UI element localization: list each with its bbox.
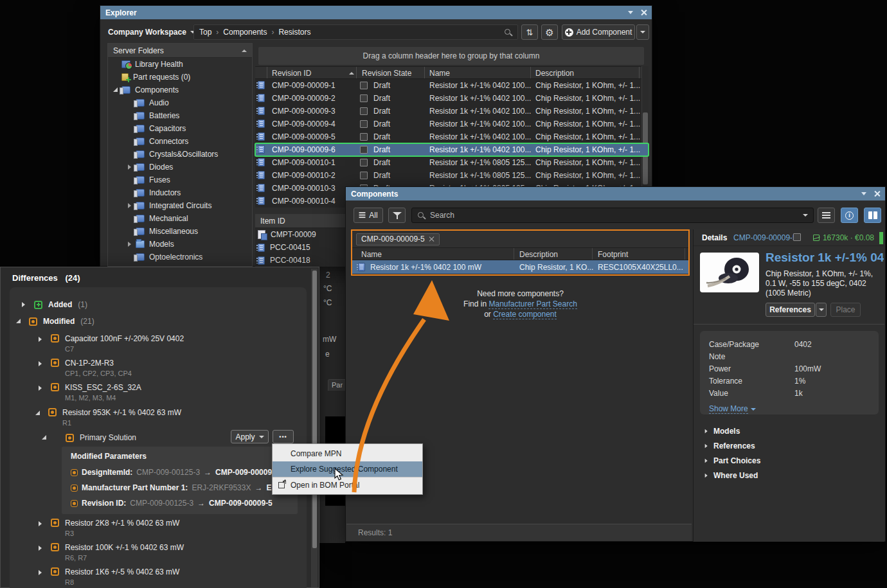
expand-arrow-icon[interactable] [112, 73, 120, 81]
info-button[interactable]: i [841, 208, 858, 223]
expand-arrow-icon[interactable] [37, 384, 45, 392]
revision-state-checkbox[interactable] [360, 133, 368, 141]
diff-item[interactable]: Capacitor 100nF +/-20% 25V 0402 C7 [37, 334, 287, 359]
column-description[interactable]: Description [535, 69, 574, 78]
modified-parameter[interactable]: Manufacturer Part Number 1: ERJ-2RKF9533… [71, 480, 298, 495]
place-button[interactable]: Place [830, 303, 861, 317]
add-component-dropdown[interactable] [636, 24, 649, 40]
modified-parameter[interactable]: Revision ID: CMP-009-00125-3 → CMP-009-0… [71, 495, 298, 511]
table-row[interactable]: CMP-009-00010-2 Draft Resistor 1k +/-1% … [255, 169, 649, 182]
add-component-button[interactable]: Add Component [562, 24, 635, 40]
revision-state-checkbox[interactable] [360, 159, 368, 166]
show-more-link[interactable]: Show More [709, 404, 879, 414]
column-footprint[interactable]: Footprint [598, 250, 628, 259]
revision-state-checkbox[interactable] [360, 94, 368, 102]
filter-tag[interactable]: CMP-009-00009-5 [356, 233, 440, 245]
diff-item[interactable]: KISS_ESC_2-6S_32A M1, M2, M3, M4 [37, 383, 287, 407]
refresh-button[interactable]: ⇅ [521, 24, 538, 40]
context-menu-item[interactable]: Compare MPN [273, 446, 422, 461]
collapse-arrow-icon[interactable] [40, 434, 49, 441]
collapse-arrow-icon[interactable] [34, 409, 42, 417]
column-revision-state[interactable]: Revision State [362, 69, 411, 78]
tree-item[interactable]: Mechanical [108, 212, 252, 225]
details-section[interactable]: Where Used [703, 468, 878, 483]
tree-item[interactable]: Optoelectronics [108, 251, 252, 263]
tree-item[interactable]: Inductors [108, 186, 252, 199]
tree-item[interactable]: Connectors [108, 135, 252, 148]
breadcrumb-item-resistors[interactable]: Resistors [278, 28, 310, 37]
tree-item[interactable]: Miscellaneous [108, 225, 252, 238]
context-menu-item[interactable]: Explore Suggested Component [273, 461, 422, 477]
table-row[interactable]: CMP-009-00009-1 Draft Resistor 1k +/-1% … [255, 79, 649, 92]
column-name[interactable]: Name [361, 250, 382, 259]
tree-item[interactable]: Part requests (0) [108, 71, 252, 84]
details-checkbox[interactable] [793, 233, 801, 241]
revision-state-checkbox[interactable] [360, 146, 368, 154]
tree-item[interactable]: Models [108, 238, 252, 251]
revision-state-checkbox[interactable] [360, 107, 368, 115]
tree-item[interactable]: Diodes [108, 161, 252, 174]
close-icon[interactable] [874, 191, 880, 197]
scrollbar-thumb[interactable] [312, 271, 317, 548]
components-titlebar[interactable]: Components [346, 187, 885, 200]
diff-item[interactable]: CN-1P-2M-R3 CP1, CP2, CP3, CP4 [37, 359, 287, 383]
expand-arrow-icon[interactable] [112, 60, 120, 68]
expand-arrow-icon[interactable] [20, 301, 28, 308]
manufacturer-part-search-link[interactable]: Manufacturer Part Search [488, 299, 577, 309]
tree-item[interactable]: Audio [108, 96, 252, 109]
breadcrumb-item-components[interactable]: Components [223, 28, 267, 37]
workspace-selector[interactable]: Company Workspace [108, 24, 195, 40]
diff-item[interactable]: Resistor 2K8 +/-1 % 0402 63 mW R3 [37, 519, 287, 543]
references-button[interactable]: References [766, 303, 815, 317]
references-dropdown[interactable] [816, 303, 827, 317]
tree-item[interactable]: Integrated Circuits [108, 199, 252, 212]
view-all-button[interactable]: All [354, 208, 383, 223]
search-dropdown-icon[interactable] [803, 214, 808, 217]
table-row[interactable]: CMP-009-00009-2 Draft Resistor 1k +/-1% … [255, 92, 649, 105]
added-group[interactable]: Added (1) [20, 299, 87, 310]
modified-parameter[interactable]: DesignItemId: CMP-009-00125-3 → CMP-009-… [71, 465, 298, 480]
expand-arrow-icon[interactable] [126, 240, 134, 248]
column-description[interactable]: Description [519, 250, 558, 259]
search-input[interactable] [430, 211, 798, 220]
columns-button[interactable] [864, 208, 881, 223]
modified-group[interactable]: Modified (21) [15, 316, 94, 327]
details-section[interactable]: Part Choices [703, 453, 878, 468]
tree-item[interactable]: Library Health [108, 58, 252, 71]
collapse-arrow-icon[interactable] [15, 317, 23, 325]
expand-arrow-icon[interactable] [37, 520, 45, 528]
table-row[interactable]: CMP-009-00010-1 Draft Resistor 1k +/-1% … [255, 156, 649, 169]
explorer-titlebar[interactable]: Explorer [100, 6, 652, 19]
revision-state-checkbox[interactable] [360, 82, 368, 89]
tree-item[interactable]: Components [108, 84, 252, 96]
column-name[interactable]: Name [429, 69, 450, 78]
view-options-button[interactable] [818, 208, 835, 223]
column-revision-id[interactable]: Revision ID [272, 69, 311, 78]
result-row[interactable]: Resistor 1k +/-1% 0402 100 mW Chip Resis… [352, 260, 688, 274]
server-folders-header[interactable]: Server Folders [108, 44, 252, 58]
more-options-button[interactable]: ••• [273, 430, 294, 443]
primary-solution[interactable]: Primary Solution [40, 432, 136, 443]
expand-arrow-icon[interactable] [37, 335, 45, 343]
table-row[interactable]: CMP-009-00009-6 Draft Resistor 1k +/-1% … [255, 143, 649, 156]
collapse-icon[interactable] [242, 49, 247, 52]
diff-item[interactable]: Resistor 1K6 +/-5 % 0402 63 mW R8 [37, 567, 287, 588]
differences-scrollbar[interactable] [311, 269, 318, 587]
settings-button[interactable]: ⚙ [541, 24, 558, 40]
breadcrumb-item-top[interactable]: Top [199, 28, 211, 37]
tree-item[interactable]: Batteries [108, 109, 252, 122]
expand-arrow-icon[interactable] [37, 360, 45, 368]
context-menu-item[interactable]: Open in BOM Portal [273, 477, 422, 492]
tree-item[interactable]: Fuses [108, 174, 252, 186]
apply-button[interactable]: Apply [231, 430, 269, 443]
expand-arrow-icon[interactable] [37, 544, 45, 552]
revision-state-checkbox[interactable] [360, 120, 368, 128]
revision-state-checkbox[interactable] [360, 172, 368, 179]
table-row[interactable]: CMP-009-00009-4 Draft Resistor 1k +/-1% … [255, 118, 649, 130]
tree-item[interactable]: Capacitors [108, 122, 252, 135]
details-section[interactable]: References [703, 438, 878, 453]
shade-icon[interactable] [628, 11, 633, 14]
expand-arrow-icon[interactable] [37, 569, 45, 576]
tree-item[interactable]: Crystals&Oscillators [108, 148, 252, 161]
filter-button[interactable] [388, 208, 406, 223]
